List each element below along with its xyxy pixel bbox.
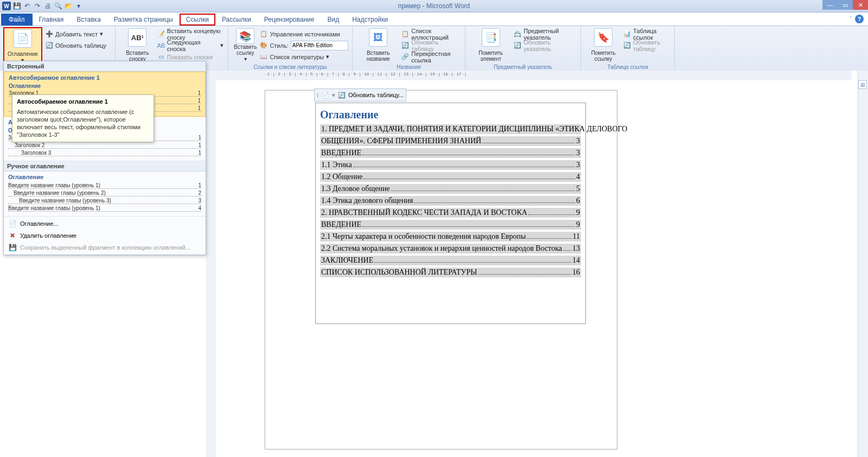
vertical-scrollbar[interactable] — [858, 71, 868, 457]
qat-print-icon[interactable]: 🖨 — [43, 2, 52, 10]
update-toa-icon: 🔄 — [623, 42, 631, 49]
tooltip-title: Автособираемое оглавление 1 — [17, 98, 149, 105]
cross-reference-button[interactable]: 🔗Перекрестная ссылка — [400, 51, 462, 62]
maximize-button[interactable]: ▭ — [838, 0, 853, 10]
doc-icon: 📄 — [8, 219, 17, 228]
toc-entry[interactable]: 2.1 Черты характера и особенности поведе… — [320, 232, 581, 242]
toc-options-icon[interactable]: 📄 — [321, 91, 330, 99]
horizontal-ruler[interactable]: · 1 · | · 2 · | · 3 · | · 4 · | · 5 · | … — [206, 71, 852, 81]
tab-home[interactable]: Главная — [33, 14, 71, 26]
gallery-preview-3: Введите название главы (уровень 1)1Введи… — [8, 182, 201, 212]
mark-citation-button[interactable]: 🔖 Пометить ссылку — [584, 27, 622, 63]
manage-sources-button[interactable]: 📋Управление источниками — [259, 28, 349, 40]
toc-label: Оглавление — [8, 51, 38, 57]
gallery-item-manual[interactable]: Оглавление Введите название главы (урове… — [4, 172, 206, 217]
update-toc-label: Обновить таблицу — [55, 42, 106, 49]
help-icon[interactable]: ? — [855, 15, 864, 23]
vertical-ruler[interactable] — [206, 80, 216, 457]
gallery-save-selection: 💾Сохранить выделенный фрагмент в коллекц… — [4, 242, 206, 253]
toc-entry[interactable]: ВВЕДЕНИЕ3 — [320, 148, 581, 158]
qat-redo-icon[interactable]: ↷ — [33, 2, 42, 10]
update-index-button[interactable]: 🔄Обновить указатель — [513, 40, 577, 51]
insert-toa-button[interactable]: 📊Таблица ссылок — [622, 28, 671, 40]
next-footnote-button[interactable]: ABСледующая сноска ▾ — [156, 40, 225, 51]
toc-entry[interactable]: 1.1 Этика3 — [320, 160, 581, 170]
update-toc-button[interactable]: 🔄Обновить таблицу — [44, 40, 107, 51]
toc-entry[interactable]: 1.2 Общение4 — [320, 172, 581, 182]
toc-button[interactable]: 📄 Оглавление▾ — [3, 27, 42, 65]
footnote-icon: AB¹ — [128, 28, 146, 47]
toc-entry[interactable]: 1.4 Этика делового общения6 — [320, 196, 581, 206]
toc-entry[interactable]: СПИСОК ИСПОЛЬЗОВАННОЙ ЛИТЕРАТУРЫ16 — [320, 268, 581, 277]
toc-entries: 1. ПРЕДМЕТ И ЗАДАЧИ, ПОНЯТИЯ И КАТЕГОРИИ… — [320, 124, 581, 277]
tab-references[interactable]: Ссылки — [180, 14, 215, 26]
gallery-item-manual-title: Оглавление — [8, 174, 201, 180]
page[interactable]: ⁞ 📄▾ 🔄 Обновить таблицу... Оглавление 1.… — [265, 90, 617, 449]
next-footnote-icon: AB — [157, 42, 165, 49]
tab-review[interactable]: Рецензирование — [258, 14, 321, 26]
group-index-label: Предметный указатель — [465, 64, 580, 70]
tab-insert[interactable]: Вставка — [70, 14, 107, 26]
ruler-marks: · 1 · | · 2 · | · 3 · | · 4 · | · 5 · | … — [265, 72, 466, 77]
toc-entry[interactable]: 2.2 Система моральных установок и иерарх… — [320, 244, 581, 253]
figures-icon: 📋 — [401, 30, 409, 38]
update-toa-button[interactable]: 🔄Обновить таблицу — [622, 40, 671, 51]
selection-pane-icon[interactable]: ▤ — [858, 80, 867, 89]
toc-handle-icon[interactable]: ⁞ — [317, 92, 319, 99]
mark-entry-icon: 📑 — [482, 28, 500, 47]
tab-addins[interactable]: Надстройки — [346, 14, 394, 26]
toc-field[interactable]: Оглавление 1. ПРЕДМЕТ И ЗАДАЧИ, ПОНЯТИЯ … — [315, 103, 586, 324]
add-text-label: Добавить текст — [55, 31, 98, 37]
tab-view[interactable]: Вид — [321, 14, 346, 26]
insert-footnote-button[interactable]: AB¹ Вставить сноску — [119, 27, 156, 63]
mark-entry-button[interactable]: 📑 Пометить элемент — [469, 27, 513, 63]
tooltip-body: Автоматически собираемое оглавление (с з… — [17, 108, 149, 138]
citation-style-select[interactable] — [291, 41, 348, 50]
gallery-footer: 📄Оглавление... ✖Удалить оглавление 💾Сохр… — [4, 217, 206, 255]
qat-preview-icon[interactable]: 🔍 — [54, 2, 62, 10]
qat-undo-icon[interactable]: ↶ — [23, 2, 31, 10]
next-footnote-label: Следующая сноска — [167, 39, 218, 52]
figures-list-button[interactable]: 📋Список иллюстраций — [400, 28, 462, 40]
qat-customize-icon[interactable]: ▾ — [74, 2, 83, 10]
toc-icon: 📄 — [14, 29, 32, 48]
mark-entry-label: Пометить элемент — [471, 50, 510, 62]
insert-citation-button[interactable]: 📚 Вставить ссылку▾ — [232, 27, 259, 63]
toa-icon: 📊 — [623, 30, 631, 38]
qat-save-icon[interactable]: 💾 — [12, 2, 21, 10]
titlebar: W 💾 ↶ ↷ 🖨 🔍 📂 ▾ пример - Microsoft Word … — [0, 0, 868, 12]
toc-update-icon[interactable]: 🔄 — [337, 91, 346, 99]
qat-open-icon[interactable]: 📂 — [64, 2, 73, 10]
update-figures-button[interactable]: 🔄Обновить таблицу — [400, 40, 462, 51]
toc-entry[interactable]: ВВЕДЕНИЕ9 — [320, 220, 581, 230]
tab-mailings[interactable]: Рассылки — [215, 14, 258, 26]
gallery-save-label: Сохранить выделенный фрагмент в коллекци… — [20, 244, 190, 251]
insert-index-button[interactable]: 📇Предметный указатель — [513, 28, 577, 40]
document-canvas: ⁞ 📄▾ 🔄 Обновить таблицу... Оглавление 1.… — [216, 80, 852, 457]
gallery-remove-label: Удалить оглавление — [20, 232, 76, 239]
group-index: 📑 Пометить элемент 📇Предметный указатель… — [465, 26, 581, 71]
insert-endnote-button[interactable]: 📝Вставить концевую сноску — [156, 28, 225, 40]
tab-file[interactable]: Файл — [1, 14, 33, 26]
tab-layout[interactable]: Разметка страницы — [107, 14, 180, 26]
toc-update-label[interactable]: Обновить таблицу... — [348, 92, 404, 98]
group-captions-label: Названия — [353, 64, 465, 70]
insert-caption-button[interactable]: 🖼 Вставить название — [356, 27, 400, 63]
close-button[interactable]: ✕ — [853, 0, 868, 10]
toc-entry[interactable]: 2. НРАВСТВЕННЫЙ КОДЕКС ЧЕСТИ ЗАПАДА И ВО… — [320, 208, 581, 218]
group-citations-label: Ссылки и списки литературы — [228, 64, 352, 70]
ribbon-collapse-icon[interactable]: ˇ — [850, 16, 852, 22]
add-text-button[interactable]: ➕Добавить текст ▾ — [44, 28, 107, 40]
minimize-button[interactable]: — — [822, 0, 838, 10]
toc-entry[interactable]: ЗАКЛЮЧЕНИЕ14 — [320, 256, 581, 265]
toc-entry[interactable]: ОБЩЕНИЯ». СФЕРЫ ПРИМЕНЕНИЯ ЗНАНИЙ3 — [320, 136, 581, 146]
toc-entry[interactable]: 1. ПРЕДМЕТ И ЗАДАЧИ, ПОНЯТИЯ И КАТЕГОРИИ… — [320, 124, 581, 134]
toc-entry[interactable]: 1.3 Деловое общение5 — [320, 184, 581, 194]
toc-heading: Оглавление — [320, 109, 581, 121]
gallery-custom-toc[interactable]: 📄Оглавление... — [4, 218, 206, 230]
citation-icon: 📚 — [236, 28, 254, 44]
save-selection-icon: 💾 — [8, 243, 17, 252]
bibliography-button[interactable]: 📖Список литературы ▾ — [259, 51, 349, 62]
gallery-remove-toc[interactable]: ✖Удалить оглавление — [4, 230, 206, 242]
mark-citation-label: Пометить ссылку — [586, 50, 620, 62]
